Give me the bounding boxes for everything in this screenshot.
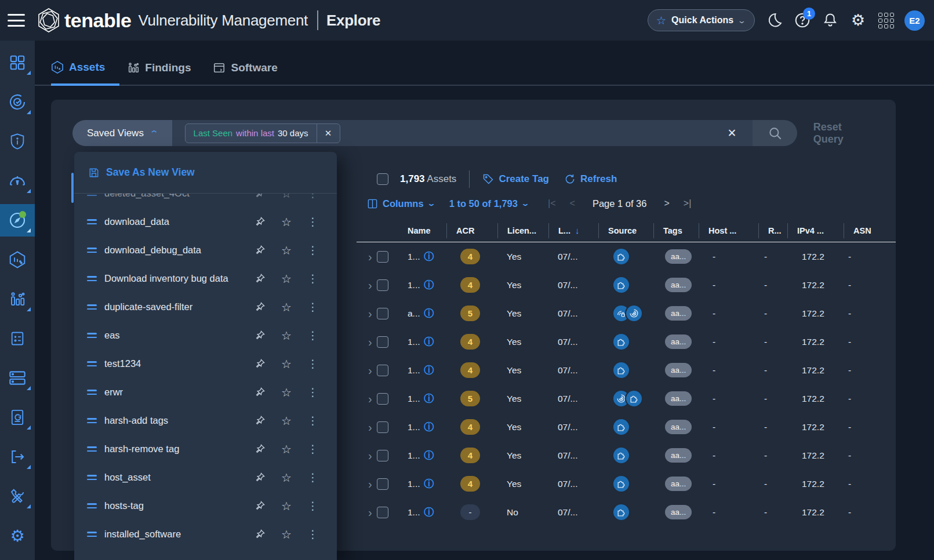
kebab-menu-icon[interactable]: ⋮ — [307, 415, 318, 426]
connector-puzzle-icon[interactable] — [613, 277, 629, 293]
saved-view-name[interactable]: download_data — [104, 216, 169, 227]
col-r[interactable]: R... — [758, 223, 787, 238]
info-icon[interactable]: ⓘ — [424, 392, 434, 405]
col-source[interactable]: Source — [598, 223, 653, 238]
kebab-menu-icon[interactable]: ⋮ — [307, 245, 318, 256]
row-checkbox[interactable] — [377, 393, 388, 405]
connector-puzzle-icon[interactable] — [613, 419, 629, 435]
settings-button[interactable]: ⚙ — [844, 6, 872, 34]
row-expand-icon[interactable]: › — [366, 279, 372, 291]
favorite-star-icon[interactable]: ☆ — [281, 358, 292, 370]
saved-view-name[interactable]: hosts-tag — [104, 500, 144, 511]
col-host[interactable]: Host ... — [699, 223, 758, 238]
scrollbar-thumb[interactable] — [71, 173, 74, 203]
favorite-star-icon[interactable]: ☆ — [281, 273, 292, 285]
asset-name[interactable]: a... — [408, 308, 420, 319]
sidebar-item-findings-chart[interactable] — [0, 283, 35, 315]
info-icon[interactable]: ⓘ — [424, 307, 434, 320]
favorite-star-icon[interactable]: ☆ — [281, 216, 292, 228]
avatar[interactable]: E2 — [904, 10, 925, 31]
saved-view-item[interactable]: download_data☆⋮ — [74, 208, 337, 236]
kebab-menu-icon[interactable]: ⋮ — [307, 443, 318, 454]
row-checkbox[interactable] — [377, 279, 388, 291]
query-input[interactable]: Last Seen within last 30 days ✕ ✕ — [172, 120, 753, 146]
reset-query-button[interactable]: Reset Query — [813, 121, 874, 146]
quick-actions-button[interactable]: ☆ Quick Actions ⌄ — [648, 9, 755, 31]
table-row[interactable]: ›1...ⓘ4Yes07/...aa...--172.2- — [357, 470, 896, 498]
kebab-menu-icon[interactable]: ⋮ — [307, 529, 318, 540]
drag-handle-icon[interactable] — [87, 361, 97, 366]
asset-name[interactable]: 1... — [408, 450, 420, 461]
row-expand-icon[interactable]: › — [366, 450, 372, 461]
prev-page-button[interactable]: < — [563, 198, 582, 209]
notifications-button[interactable] — [816, 6, 844, 34]
table-row[interactable]: ›a...ⓘ5Yes07/...aa...--172.2- — [357, 299, 896, 328]
saved-view-item[interactable]: eas☆⋮ — [74, 321, 337, 350]
search-button[interactable] — [753, 120, 797, 146]
drag-handle-icon[interactable] — [87, 390, 97, 395]
sidebar-item-sensors[interactable] — [0, 362, 35, 394]
row-checkbox[interactable] — [377, 308, 388, 319]
row-expand-icon[interactable]: › — [366, 421, 372, 433]
chip-remove-icon[interactable]: ✕ — [317, 123, 340, 143]
tag-pill[interactable]: aa... — [665, 363, 692, 377]
col-licensed[interactable]: Licen... — [497, 223, 548, 238]
hamburger-menu-icon[interactable] — [8, 14, 25, 27]
drag-handle-icon[interactable] — [87, 219, 97, 224]
favorite-star-icon[interactable]: ☆ — [281, 301, 292, 313]
drag-handle-icon[interactable] — [87, 503, 97, 508]
sidebar-item-lumin-gauge[interactable] — [0, 165, 35, 197]
info-icon[interactable]: ⓘ — [424, 335, 434, 348]
saved-view-item[interactable]: hosts-tag☆⋮ — [74, 492, 337, 520]
nessus-sensor-icon[interactable] — [626, 306, 642, 321]
connector-puzzle-icon[interactable] — [626, 391, 642, 406]
columns-button[interactable]: Columns ⌄ — [367, 198, 434, 209]
refresh-button[interactable]: Refresh — [564, 173, 617, 185]
drag-handle-icon[interactable] — [87, 418, 97, 423]
sidebar-item-dashboards[interactable] — [0, 46, 35, 79]
info-icon[interactable]: ⓘ — [424, 420, 434, 434]
tag-pill[interactable]: aa... — [665, 505, 692, 519]
info-icon[interactable]: ⓘ — [424, 449, 434, 462]
favorite-star-icon[interactable]: ☆ — [281, 529, 292, 540]
tag-pill[interactable]: aa... — [665, 306, 692, 321]
save-as-new-view-button[interactable]: Save As New View — [74, 152, 337, 193]
kebab-menu-icon[interactable]: ⋮ — [307, 216, 318, 227]
col-acr[interactable]: ACR — [446, 223, 497, 238]
tag-pill[interactable]: aa... — [665, 420, 692, 434]
connector-puzzle-icon[interactable] — [613, 249, 629, 264]
col-name[interactable]: Name — [398, 223, 446, 238]
sidebar-item-remediation-checklist[interactable] — [0, 322, 35, 355]
saved-view-item[interactable]: host_asset☆⋮ — [74, 463, 337, 492]
table-row[interactable]: ›1...ⓘ-No07/...aa...--172.2- — [357, 498, 896, 526]
drag-handle-icon[interactable] — [87, 248, 97, 253]
pin-icon[interactable] — [255, 472, 266, 483]
info-icon[interactable]: ⓘ — [424, 506, 434, 519]
row-expand-icon[interactable]: › — [366, 251, 372, 263]
table-row[interactable]: ›1...ⓘ4Yes07/...aa...--172.2- — [357, 242, 896, 271]
tag-pill[interactable]: aa... — [665, 448, 692, 463]
pin-icon[interactable] — [255, 273, 266, 284]
sidebar-item-assets-hexagon[interactable] — [0, 243, 35, 276]
row-expand-icon[interactable]: › — [366, 478, 372, 490]
kebab-menu-icon[interactable]: ⋮ — [307, 330, 318, 341]
favorite-star-icon[interactable]: ☆ — [281, 387, 292, 398]
connector-puzzle-icon[interactable] — [613, 504, 629, 520]
tag-pill[interactable]: aa... — [665, 477, 692, 491]
favorite-star-icon[interactable]: ☆ — [281, 330, 292, 341]
favorite-star-icon[interactable]: ☆ — [281, 500, 292, 512]
pin-icon[interactable] — [255, 500, 266, 511]
saved-view-name[interactable]: Download inventory bug data — [104, 273, 228, 284]
connector-puzzle-icon[interactable] — [613, 476, 629, 492]
connector-puzzle-icon[interactable] — [613, 362, 629, 378]
saved-view-name[interactable]: harsh-add tags — [104, 415, 168, 426]
asset-name[interactable]: 1... — [408, 394, 420, 404]
row-checkbox[interactable] — [377, 365, 388, 376]
table-row[interactable]: ›1...ⓘ4Yes07/...aa...--172.2- — [357, 328, 896, 356]
select-all-checkbox[interactable] — [377, 173, 388, 185]
info-icon[interactable]: ⓘ — [424, 250, 434, 263]
saved-view-name[interactable]: test1234 — [104, 358, 141, 369]
info-icon[interactable]: ⓘ — [424, 278, 434, 292]
asset-name[interactable]: 1... — [408, 422, 420, 432]
tag-pill[interactable]: aa... — [665, 391, 692, 406]
